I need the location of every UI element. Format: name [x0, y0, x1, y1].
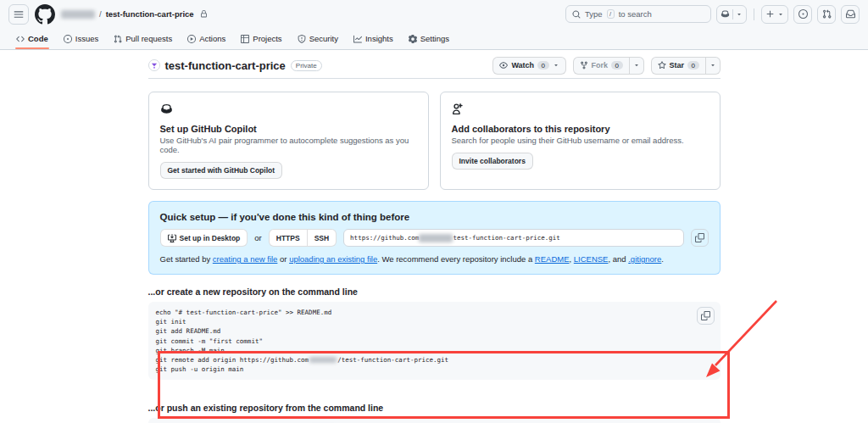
copy-icon: [695, 233, 704, 242]
copy-create-commands-button[interactable]: [697, 307, 715, 325]
or-label: or: [254, 233, 261, 242]
quick-setup-title: Quick setup — if you've done this kind o…: [160, 212, 709, 222]
gear-icon: [409, 35, 417, 43]
star-dropdown-button[interactable]: [706, 57, 721, 75]
text-segment: git remote add origin https://github.com: [156, 356, 309, 364]
breadcrumb-repo-link[interactable]: test-function-cart-price: [106, 9, 194, 19]
watch-button[interactable]: Watch 0: [492, 57, 565, 75]
copy-url-button[interactable]: [691, 229, 709, 247]
desktop-button-label: Set up in Desktop: [180, 234, 241, 242]
inline-link[interactable]: .gitignore: [628, 254, 661, 264]
inline-link[interactable]: LICENSE: [574, 254, 609, 264]
text-segment: git push -u origin main: [156, 365, 244, 373]
setup-cards: Set up GitHub Copilot Use GitHub's AI pa…: [148, 92, 721, 190]
hamburger-icon: [14, 9, 24, 19]
collaborators-card: Add collaborators to this repository Sea…: [440, 92, 721, 190]
search-icon: [572, 10, 581, 19]
get-started-copilot-button[interactable]: Get started with GitHub Copilot: [160, 162, 283, 179]
tab-actions[interactable]: Actions: [181, 28, 231, 49]
global-search-input[interactable]: Type / to search: [565, 5, 711, 23]
card-description: Search for people using their GitHub use…: [452, 136, 709, 145]
redacted-username: [419, 234, 453, 242]
text-segment: https://github.com: [350, 234, 419, 242]
issues-dashboard-button[interactable]: [793, 5, 812, 24]
copilot-card: Set up GitHub Copilot Use GitHub's AI pa…: [148, 92, 429, 190]
fork-dropdown-button[interactable]: [630, 57, 644, 75]
git-pull-request-icon: [114, 35, 122, 43]
star-count: 0: [687, 61, 698, 70]
code-line: git push -u origin main: [156, 365, 713, 374]
hamburger-menu-button[interactable]: [8, 4, 29, 25]
star-icon: [658, 61, 666, 70]
visibility-badge: Private: [291, 60, 322, 71]
tab-settings[interactable]: Settings: [403, 28, 455, 49]
https-toggle-button[interactable]: HTTPS: [269, 229, 308, 247]
header-top-row: / test-function-cart-price Type / to sea…: [8, 0, 860, 28]
tab-security[interactable]: Security: [292, 28, 344, 49]
tab-label: Security: [309, 34, 338, 43]
shield-icon: [298, 35, 306, 43]
star-label: Star: [670, 61, 685, 70]
copilot-icon: [721, 9, 730, 19]
quick-setup-panel: Quick setup — if you've done this kind o…: [148, 201, 721, 275]
git-pull-request-icon: [822, 9, 832, 19]
create-new-button[interactable]: [761, 5, 788, 24]
text-segment: Get started by: [160, 254, 213, 264]
desktop-download-icon: [168, 234, 176, 242]
invite-collaborators-button[interactable]: Invite collaborators: [452, 153, 533, 170]
plus-icon: [765, 9, 775, 19]
fork-button[interactable]: Fork 0: [573, 57, 630, 75]
tab-pull-requests[interactable]: Pull requests: [108, 28, 178, 49]
tab-code[interactable]: Code: [10, 28, 54, 49]
create-repo-section: ...or create a new repository on the com…: [148, 287, 721, 380]
tab-issues[interactable]: Issues: [58, 28, 104, 49]
inline-link[interactable]: creating a new file: [213, 254, 278, 264]
inline-link[interactable]: uploading an existing file: [289, 254, 377, 264]
section-title: ...or push an existing repository from t…: [148, 403, 721, 413]
search-placeholder-prefix: Type: [585, 9, 603, 19]
watch-label: Watch: [511, 61, 534, 70]
text-segment: git commit -m "first commit": [156, 337, 263, 345]
button-inner-divider: [732, 9, 733, 19]
eye-icon: [499, 61, 508, 70]
quick-setup-row: Set up in Desktop or HTTPS SSH https://g…: [160, 229, 709, 247]
copilot-icon: [160, 103, 173, 115]
issue-opened-icon: [64, 35, 72, 43]
header-divider-line: [148, 78, 721, 79]
copilot-menu-button[interactable]: [716, 5, 747, 24]
person-add-icon: [452, 103, 465, 115]
code-line: git commit -m "first commit": [156, 337, 713, 346]
fork-label: Fork: [592, 61, 609, 70]
text-segment: . We recommend every repository include …: [377, 254, 535, 264]
repo-url-input[interactable]: https://github.comtest-function-cart-pri…: [343, 229, 683, 247]
copy-icon: [701, 311, 710, 320]
tab-insights[interactable]: Insights: [348, 28, 399, 49]
push-existing-section: ...or push an existing repository from t…: [148, 403, 721, 423]
graph-icon: [353, 35, 362, 43]
tab-label: Insights: [365, 34, 393, 43]
tab-projects[interactable]: Projects: [235, 28, 287, 49]
chevron-down-icon: [633, 62, 640, 69]
repo-action-buttons: Watch 0 Fork 0 Star 0: [492, 57, 720, 75]
page-title[interactable]: test-function-cart-price: [165, 59, 286, 72]
tab-label: Projects: [253, 34, 281, 43]
ssh-toggle-button[interactable]: SSH: [308, 229, 337, 247]
breadcrumb: / test-function-cart-price: [61, 9, 208, 19]
fork-count: 0: [611, 61, 622, 70]
text-segment: /test-function-cart-price.git: [337, 356, 448, 364]
owner-name-redacted[interactable]: [61, 10, 95, 19]
inbox-icon: [846, 9, 855, 19]
section-title: ...or create a new repository on the com…: [148, 287, 721, 297]
inline-link[interactable]: README: [535, 254, 570, 264]
star-button[interactable]: Star 0: [651, 57, 706, 75]
notifications-inbox-button[interactable]: [841, 5, 860, 24]
code-line: echo "# test-function-cart-price" >> REA…: [156, 308, 713, 317]
chevron-down-icon: [709, 62, 716, 69]
pull-requests-dashboard-button[interactable]: [817, 5, 836, 24]
code-line: git branch -M main: [156, 346, 713, 355]
private-lock-icon: [200, 10, 208, 18]
main-content: test-function-cart-price Private Watch 0…: [148, 55, 721, 423]
setup-in-desktop-button[interactable]: Set up in Desktop: [160, 229, 248, 247]
github-logo-icon[interactable]: [35, 4, 55, 25]
search-placeholder-suffix: to search: [619, 9, 652, 19]
